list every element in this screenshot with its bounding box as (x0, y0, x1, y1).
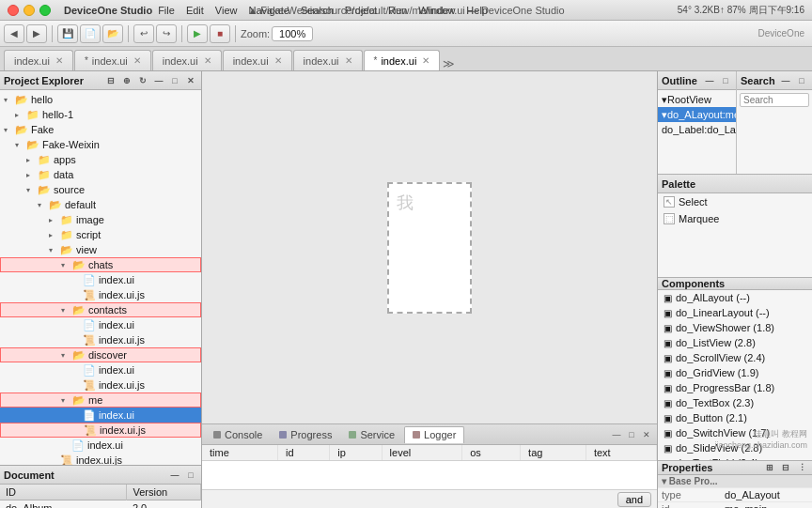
tree-item[interactable]: ▾📂default (0, 197, 201, 212)
component-item[interactable]: ▣do_Button (2.1) (658, 410, 812, 425)
redo-button[interactable]: ↪ (156, 24, 177, 43)
component-item[interactable]: ▣do_ScrollView (2.4) (658, 350, 812, 365)
tree-item[interactable]: ▾📂view (0, 242, 201, 257)
console-minimize-icon[interactable]: — (610, 428, 623, 441)
tree-item[interactable]: ▾📂me (0, 393, 201, 408)
collapse-all-icon[interactable]: ⊟ (104, 74, 117, 87)
canvas-area[interactable]: 我 (202, 71, 657, 423)
zoom-input[interactable]: 100% (272, 26, 313, 41)
tree-item[interactable]: 📜index.ui.js (0, 453, 201, 465)
tab-close-2[interactable]: ✕ (204, 55, 211, 66)
tab-4[interactable]: index.ui ✕ (293, 50, 363, 70)
outline-item[interactable]: ▾do_ALayout:me_main (658, 107, 736, 122)
console-tab-service[interactable]: Service (341, 426, 402, 443)
maximize-panel-icon[interactable]: □ (168, 74, 181, 87)
tree-item[interactable]: ▾📂chats (0, 257, 201, 272)
link-icon[interactable]: ⊕ (120, 74, 133, 87)
doc-minimize-icon[interactable]: — (168, 469, 181, 482)
outline-max-icon[interactable]: □ (719, 74, 732, 87)
console-maximize-icon[interactable]: □ (625, 428, 638, 441)
menu-edit[interactable]: Edit (186, 5, 204, 16)
new-button[interactable]: 📄 (80, 24, 101, 43)
component-item[interactable]: ▣do_SlideView (2.8) (658, 440, 812, 455)
run-button[interactable]: ▶ (187, 24, 208, 43)
maximize-button[interactable] (39, 5, 51, 16)
prop-icon-2[interactable]: ⊟ (779, 461, 792, 474)
menu-file[interactable]: File (158, 5, 175, 16)
prop-value[interactable]: do_ALayout (721, 488, 812, 502)
tree-item[interactable]: 📄index.ui (0, 317, 201, 332)
console-tab-progress[interactable]: Progress (272, 426, 339, 443)
tab-close-3[interactable]: ✕ (274, 55, 282, 66)
tree-item[interactable]: ▾📂hello (0, 92, 201, 107)
search-min-icon[interactable]: — (779, 74, 792, 87)
tree-item[interactable]: ▾📂contacts (0, 302, 201, 317)
tree-item[interactable]: ▸📁script (0, 227, 201, 242)
console-tab-logger[interactable]: Logger (404, 426, 464, 443)
prop-icon-3[interactable]: ⋮ (795, 461, 808, 474)
tree-item[interactable]: 📜index.ui.js (0, 287, 201, 302)
tree-item[interactable]: 📄index.ui (0, 272, 201, 287)
component-item[interactable]: ▣do_TextBox (2.3) (658, 395, 812, 410)
tree-item[interactable]: 📄index.ui (0, 362, 201, 377)
outline-min-icon[interactable]: — (703, 74, 716, 87)
undo-button[interactable]: ↩ (133, 24, 154, 43)
component-item[interactable]: ▣do_ViewShower (1.8) (658, 320, 812, 335)
tree-item[interactable]: ▾📂Fake (0, 122, 201, 137)
tab-5[interactable]: * index.ui ✕ (364, 50, 441, 70)
and-button[interactable]: and (617, 492, 651, 507)
tree-item[interactable]: 📄index.ui (0, 438, 201, 453)
tree-item[interactable]: ▾📂source (0, 182, 201, 197)
component-item[interactable]: ▣do_LinearLayout (--) (658, 305, 812, 320)
tree-item[interactable]: ▸📁data (0, 167, 201, 182)
open-button[interactable]: 📂 (102, 24, 123, 43)
prop-value[interactable]: me_main (721, 502, 812, 509)
console-close-icon[interactable]: ✕ (640, 428, 653, 441)
doc-maximize-icon[interactable]: □ (184, 469, 197, 482)
tree-item[interactable]: 📜index.ui.js (0, 423, 201, 438)
tree-item[interactable]: ▾📂discover (0, 347, 201, 362)
component-item[interactable]: ▣do_ListView (2.8) (658, 335, 812, 350)
component-item[interactable]: ▣do_ProgressBar (1.8) (658, 380, 812, 395)
tree-item[interactable]: ▸📁image (0, 212, 201, 227)
search-input[interactable] (740, 93, 809, 107)
tree-item[interactable]: ▸📁apps (0, 152, 201, 167)
tree-item[interactable]: 📜index.ui.js (0, 332, 201, 347)
toolbar-separator-2 (128, 25, 129, 42)
component-item[interactable]: ▣do_SwitchView (1.7) (658, 425, 812, 440)
tab-close-5[interactable]: ✕ (422, 55, 429, 66)
tab-close-0[interactable]: ✕ (55, 55, 63, 66)
console-tab-console[interactable]: Console (206, 426, 270, 443)
outline-item[interactable]: do_Label:do_Label_1 (658, 122, 736, 137)
component-item[interactable]: ▣do_AlLayout (--) (658, 290, 812, 305)
tree-item[interactable]: ▾📂Fake-Weixin (0, 137, 201, 152)
back-button[interactable]: ◀ (4, 24, 24, 43)
forward-button[interactable]: ▶ (26, 24, 47, 43)
component-item[interactable]: ▣do_GridView (1.9) (658, 365, 812, 380)
tab-close-1[interactable]: ✕ (133, 55, 141, 66)
tab-3[interactable]: index.ui ✕ (223, 50, 292, 70)
tab-0[interactable]: index.ui ✕ (4, 50, 73, 70)
save-button[interactable]: 💾 (57, 24, 78, 43)
stop-button[interactable]: ■ (210, 24, 230, 43)
tab-close-4[interactable]: ✕ (345, 55, 352, 66)
prop-icon-1[interactable]: ⊞ (763, 461, 776, 474)
palette-item-marquee[interactable]: ⬚ Marquee (658, 210, 812, 227)
tree-item[interactable]: ▸📁hello-1 (0, 107, 201, 122)
close-panel-icon[interactable]: ✕ (184, 74, 197, 87)
tab-2[interactable]: index.ui ✕ (152, 50, 222, 70)
search-max-icon[interactable]: □ (795, 74, 808, 87)
tab-1[interactable]: * index.ui ✕ (74, 50, 151, 70)
outline-item[interactable]: ▾RootView (658, 92, 736, 107)
more-tabs-button[interactable]: ≫ (443, 57, 455, 70)
table-row[interactable]: do_Album2.0 (0, 500, 201, 509)
tree-item[interactable]: 📄index.ui (0, 408, 201, 423)
refresh-icon[interactable]: ↻ (136, 74, 149, 87)
palette-item-select[interactable]: ↖ Select (658, 193, 812, 210)
minimize-panel-icon[interactable]: — (152, 74, 165, 87)
tree-item[interactable]: 📜index.ui.js (0, 377, 201, 393)
close-button[interactable] (8, 5, 19, 16)
col-os: os (462, 445, 521, 461)
minimize-button[interactable] (23, 5, 35, 16)
menu-view[interactable]: View (215, 5, 238, 16)
